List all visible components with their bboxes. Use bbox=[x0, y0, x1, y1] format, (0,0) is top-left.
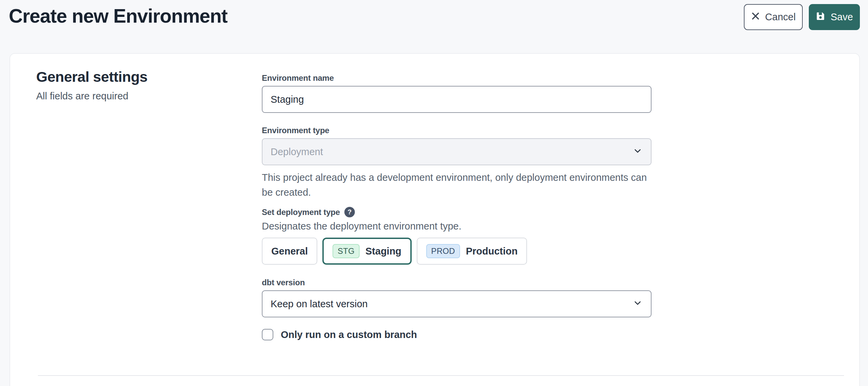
environment-name-input[interactable] bbox=[262, 86, 652, 113]
save-button[interactable]: Save bbox=[809, 4, 860, 30]
page-title: Create new Environment bbox=[9, 5, 227, 27]
environment-type-select[interactable]: Deployment bbox=[262, 138, 652, 165]
deployment-type-label-row: Set deployment type ? bbox=[262, 207, 652, 217]
deployment-type-option-production-label: Production bbox=[466, 246, 518, 257]
chevron-down-icon bbox=[633, 146, 643, 158]
custom-branch-label: Only run on a custom branch bbox=[281, 329, 417, 340]
chevron-down-icon bbox=[633, 298, 643, 310]
section-subtitle: All fields are required bbox=[36, 91, 246, 102]
deployment-type-options: General STG Staging PROD Production bbox=[262, 238, 652, 265]
environment-type-value: Deployment bbox=[271, 146, 323, 158]
deployment-type-option-general-label: General bbox=[271, 246, 308, 257]
dbt-version-label: dbt version bbox=[262, 278, 652, 287]
deployment-type-label: Set deployment type bbox=[262, 208, 340, 217]
custom-branch-row: Only run on a custom branch bbox=[262, 329, 652, 340]
cancel-button-label: Cancel bbox=[765, 11, 796, 23]
cancel-button[interactable]: Cancel bbox=[744, 4, 803, 30]
form-column: Environment name Environment type Deploy… bbox=[262, 73, 652, 340]
deployment-type-option-general[interactable]: General bbox=[262, 238, 317, 265]
header-actions: Cancel Save bbox=[744, 4, 860, 30]
deployment-type-option-production[interactable]: PROD Production bbox=[417, 238, 527, 265]
close-icon bbox=[751, 11, 760, 23]
environment-name-label: Environment name bbox=[262, 73, 652, 83]
general-settings-card: General settings All fields are required… bbox=[9, 53, 860, 386]
deployment-type-option-staging-label: Staging bbox=[365, 246, 401, 257]
save-button-label: Save bbox=[830, 11, 853, 23]
save-icon bbox=[816, 11, 825, 23]
section-divider bbox=[38, 375, 844, 376]
deployment-type-option-staging[interactable]: STG Staging bbox=[322, 238, 412, 265]
prod-badge: PROD bbox=[426, 244, 460, 258]
dbt-version-select[interactable]: Keep on latest version bbox=[262, 290, 652, 317]
environment-type-helper: This project already has a development e… bbox=[262, 170, 654, 200]
custom-branch-checkbox[interactable] bbox=[262, 329, 273, 340]
help-icon[interactable]: ? bbox=[344, 207, 355, 217]
environment-type-label: Environment type bbox=[262, 126, 652, 135]
deployment-type-description: Designates the deployment environment ty… bbox=[262, 221, 652, 232]
section-intro: General settings All fields are required bbox=[36, 69, 246, 102]
dbt-version-value: Keep on latest version bbox=[271, 298, 368, 310]
section-title: General settings bbox=[36, 69, 246, 85]
stg-badge: STG bbox=[333, 244, 360, 258]
